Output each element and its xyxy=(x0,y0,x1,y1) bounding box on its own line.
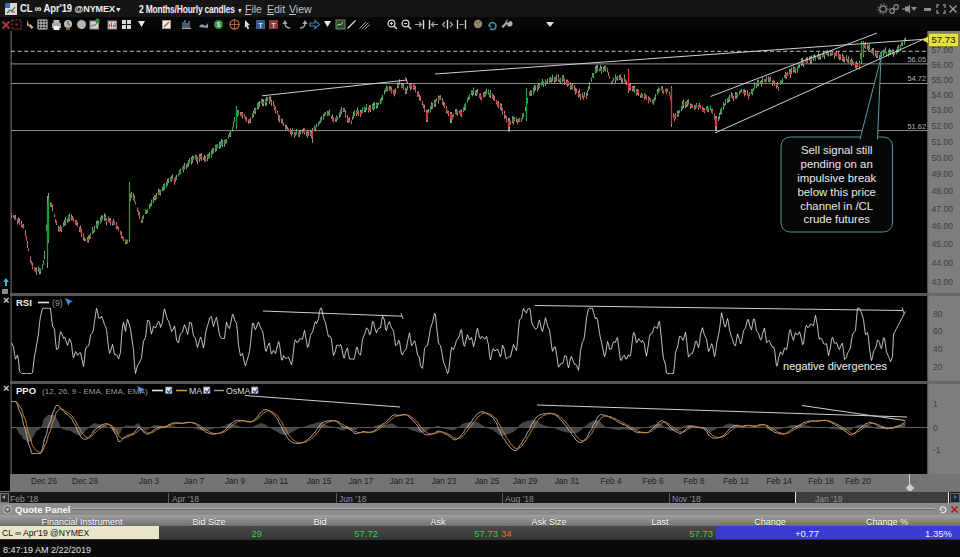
svg-text:crude futures: crude futures xyxy=(803,213,870,225)
svg-text:60: 60 xyxy=(933,326,943,336)
svg-text:54.00: 54.00 xyxy=(932,90,954,100)
svg-text:Sell signal still: Sell signal still xyxy=(801,144,873,156)
svg-text:0: 0 xyxy=(933,423,938,433)
svg-text:51.00: 51.00 xyxy=(932,137,954,147)
svg-text:56.00: 56.00 xyxy=(932,60,954,70)
svg-text:56.05: 56.05 xyxy=(908,55,927,64)
svg-text:55.00: 55.00 xyxy=(932,75,954,85)
svg-text:×: × xyxy=(3,294,9,306)
svg-text:49.00: 49.00 xyxy=(932,169,954,179)
svg-text:48.00: 48.00 xyxy=(932,186,954,196)
svg-text:T: T xyxy=(271,21,276,30)
svg-text:channel in /CL: channel in /CL xyxy=(800,200,873,212)
svg-text:T: T xyxy=(258,21,263,30)
svg-text:$: $ xyxy=(217,21,221,28)
svg-text:MA: MA xyxy=(189,386,202,396)
svg-text:50.00: 50.00 xyxy=(932,153,954,163)
svg-text:below this price: below this price xyxy=(797,186,876,198)
svg-text:40: 40 xyxy=(933,344,943,354)
svg-text:51.62: 51.62 xyxy=(908,122,927,131)
svg-text:57.00: 57.00 xyxy=(932,45,954,55)
svg-text:43.00: 43.00 xyxy=(932,277,954,287)
svg-text:×: × xyxy=(3,382,9,394)
svg-text:57.73: 57.73 xyxy=(931,34,955,45)
svg-text:1: 1 xyxy=(933,399,938,409)
svg-text:80: 80 xyxy=(933,309,943,319)
svg-text:(9): (9) xyxy=(52,298,63,308)
svg-text:46.00: 46.00 xyxy=(932,221,954,231)
svg-text:20: 20 xyxy=(933,362,943,372)
svg-text:RSI: RSI xyxy=(16,297,32,308)
svg-text:negative divergences: negative divergences xyxy=(783,360,887,372)
svg-text:pending on an: pending on an xyxy=(801,158,873,170)
svg-text:PPO: PPO xyxy=(16,385,36,396)
svg-text:44.00: 44.00 xyxy=(932,258,954,268)
svg-text:52.00: 52.00 xyxy=(932,121,954,131)
svg-text:OsMA: OsMA xyxy=(226,386,251,396)
svg-text:45.00: 45.00 xyxy=(932,239,954,249)
svg-text:impulsive break: impulsive break xyxy=(797,172,876,184)
svg-text:54.72: 54.72 xyxy=(908,74,927,83)
svg-text:53.00: 53.00 xyxy=(932,105,954,115)
svg-text:(12, 26, 9 - EMA, EMA, EMA): (12, 26, 9 - EMA, EMA, EMA) xyxy=(42,387,148,396)
svg-text:47.00: 47.00 xyxy=(932,204,954,214)
svg-text:-1: -1 xyxy=(933,445,941,455)
